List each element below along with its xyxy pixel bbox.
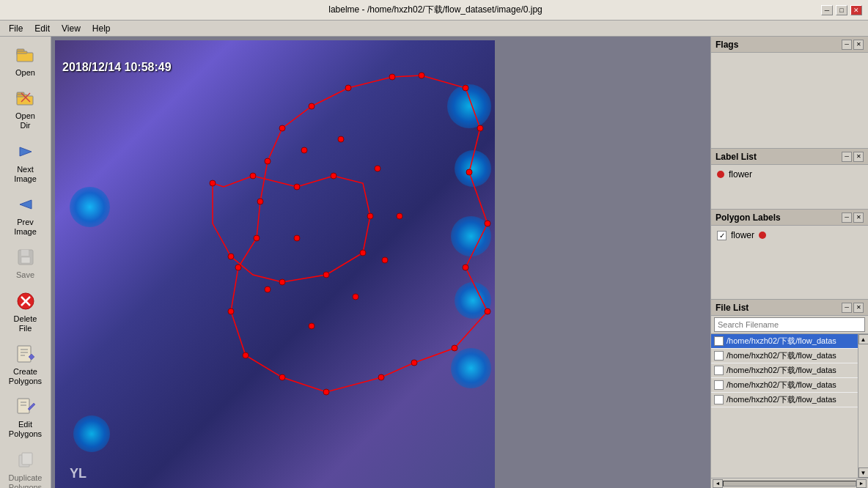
svg-rect-20 [18, 399, 29, 413]
svg-point-51 [294, 184, 300, 190]
file-name-0: /home/hxzh02/下载/flow_datas [727, 336, 836, 347]
menu-view[interactable]: View [56, 22, 87, 35]
polygon-labels-minimize-button[interactable]: ─ [842, 212, 852, 223]
svg-rect-2 [17, 51, 27, 53]
file-checkbox-2[interactable] [714, 366, 724, 375]
file-checkbox-0[interactable]: ✓ [714, 336, 724, 346]
polygon-labels-title: Polygon Labels [716, 212, 781, 223]
svg-rect-1 [17, 53, 33, 62]
polygon-label-text-flower: flower [731, 230, 754, 240]
file-name-3: /home/hxzh02/下载/flow_datas [727, 380, 836, 391]
duplicate-polygons-label: DuplicatePolygons [9, 473, 43, 488]
polygon-checkbox-flower[interactable]: ✓ [717, 231, 727, 240]
delete-file-button[interactable]: DeleteFile [3, 286, 48, 337]
canvas-container: 2018/12/14 10:58:49 YL [55, 40, 495, 488]
file-search-input[interactable] [714, 317, 865, 332]
label-list-close-button[interactable]: ✕ [853, 152, 864, 162]
prev-image-button[interactable]: PrevImage [3, 189, 48, 240]
svg-point-52 [331, 173, 336, 179]
scroll-right-button[interactable]: ► [856, 479, 867, 488]
file-checkbox-3[interactable] [714, 380, 724, 390]
flags-section: Flags ─ ✕ [711, 37, 868, 149]
edit-polygons-button[interactable]: EditPolygons [3, 391, 48, 443]
next-image-icon [14, 140, 37, 163]
main-layout: Open OpenDir NextImage [0, 37, 868, 488]
svg-point-31 [485, 221, 490, 226]
svg-point-64 [375, 166, 380, 171]
svg-point-27 [419, 73, 424, 78]
flags-content [711, 53, 868, 148]
menu-edit[interactable]: Edit [29, 22, 56, 35]
svg-point-29 [477, 125, 483, 131]
label-list-minimize-button[interactable]: ─ [842, 152, 852, 162]
svg-point-62 [382, 257, 388, 263]
svg-point-45 [279, 125, 285, 131]
file-item-3[interactable]: /home/hxzh02/下载/flow_datas [711, 378, 858, 393]
svg-point-32 [463, 265, 468, 270]
file-list-close-button[interactable]: ✕ [853, 303, 864, 313]
edit-polygons-icon [14, 395, 37, 418]
polygon-labels-close-button[interactable]: ✕ [853, 212, 864, 223]
scroll-down-button[interactable]: ▼ [858, 467, 869, 478]
delete-file-icon [14, 289, 37, 313]
file-name-1: /home/hxzh02/下载/flow_datas [727, 350, 836, 361]
flags-minimize-button[interactable]: ─ [842, 40, 852, 50]
delete-file-label: DeleteFile [14, 314, 37, 333]
open-dir-icon [14, 86, 37, 110]
svg-point-38 [279, 374, 285, 380]
open-button[interactable]: Open [3, 40, 48, 81]
svg-point-47 [345, 85, 351, 91]
file-item-2[interactable]: /home/hxzh02/下载/flow_datas [711, 363, 858, 378]
scroll-up-button[interactable]: ▲ [858, 334, 869, 344]
scroll-left-button[interactable]: ◄ [713, 479, 723, 488]
file-checkbox-4[interactable] [714, 395, 724, 404]
maximize-button[interactable]: □ [836, 5, 847, 15]
minimize-button[interactable]: ─ [821, 5, 833, 15]
svg-rect-12 [21, 257, 30, 263]
open-dir-label: OpenDir [15, 111, 35, 130]
svg-point-48 [389, 74, 395, 80]
scrollbar-track[interactable] [723, 481, 856, 487]
file-list-header: File List ─ ✕ [711, 300, 868, 316]
next-image-button[interactable]: NextImage [3, 136, 48, 188]
svg-point-28 [463, 85, 468, 91]
svg-point-53 [367, 213, 373, 219]
canvas-area[interactable]: 2018/12/14 10:58:49 YL [51, 37, 710, 488]
polygon-overlay [55, 40, 495, 488]
menu-help[interactable]: Help [87, 22, 117, 35]
prev-image-icon [14, 193, 37, 216]
save-icon [14, 245, 37, 269]
svg-point-46 [309, 103, 315, 109]
file-list-minimize-button[interactable]: ─ [842, 303, 852, 313]
titlebar: labelme - /home/hxzh02/下载/flow_dataset/i… [0, 0, 868, 21]
svg-point-42 [254, 235, 260, 241]
file-item-0[interactable]: ✓ /home/hxzh02/下载/flow_datas [711, 334, 858, 349]
file-item-1[interactable]: /home/hxzh02/下载/flow_datas [711, 349, 858, 363]
open-dir-button[interactable]: OpenDir [3, 83, 48, 134]
canvas-image[interactable]: 2018/12/14 10:58:49 YL [55, 40, 495, 488]
file-item-4[interactable]: /home/hxzh02/下载/flow_datas [711, 393, 858, 407]
create-polygons-button[interactable]: CreatePolygons [3, 339, 48, 390]
duplicate-polygons-icon [14, 448, 37, 472]
label-list-content: flower [711, 165, 868, 209]
save-label: Save [16, 270, 34, 280]
close-button[interactable]: ✕ [850, 5, 862, 15]
svg-point-49 [210, 180, 216, 186]
svg-rect-24 [22, 453, 32, 465]
label-list-header-buttons: ─ ✕ [842, 152, 864, 162]
right-panel: Flags ─ ✕ Label List ─ ✕ flower [710, 37, 868, 488]
polygon-labels-header: Polygon Labels ─ ✕ [711, 210, 868, 226]
svg-rect-16 [18, 346, 31, 362]
file-checkbox-1[interactable] [714, 351, 724, 361]
edit-polygons-label: EditPolygons [9, 420, 42, 439]
svg-point-36 [378, 374, 384, 380]
file-list-header-buttons: ─ ✕ [842, 303, 864, 313]
label-item-flower[interactable]: flower [714, 168, 865, 181]
menu-file[interactable]: File [3, 22, 29, 35]
svg-point-56 [279, 279, 285, 285]
titlebar-buttons: ─ □ ✕ [821, 5, 862, 15]
flags-close-button[interactable]: ✕ [853, 40, 864, 50]
svg-marker-9 [20, 200, 32, 209]
polygon-label-item-flower[interactable]: ✓ flower [714, 229, 865, 242]
flags-header: Flags ─ ✕ [711, 37, 868, 53]
